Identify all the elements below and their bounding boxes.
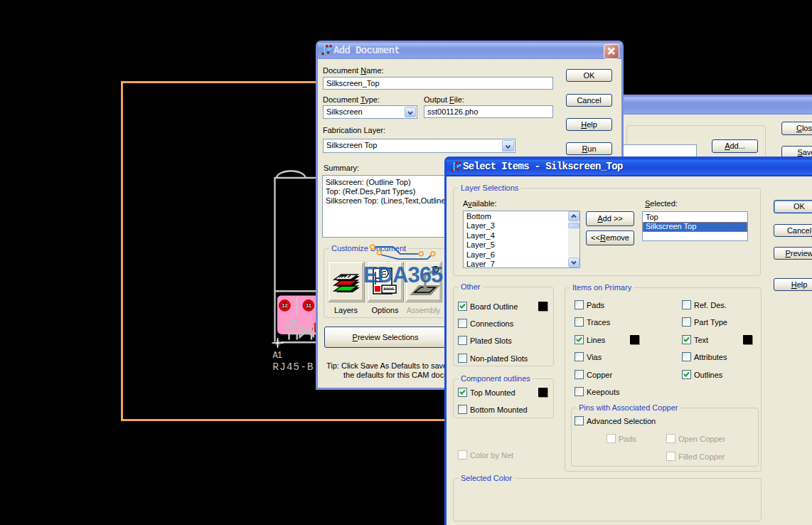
svg-text:11: 11	[306, 302, 311, 309]
svg-text:12: 12	[282, 302, 287, 309]
svg-text:RJ45-B: RJ45-B	[273, 361, 314, 373]
svg-text:A1: A1	[273, 351, 282, 361]
